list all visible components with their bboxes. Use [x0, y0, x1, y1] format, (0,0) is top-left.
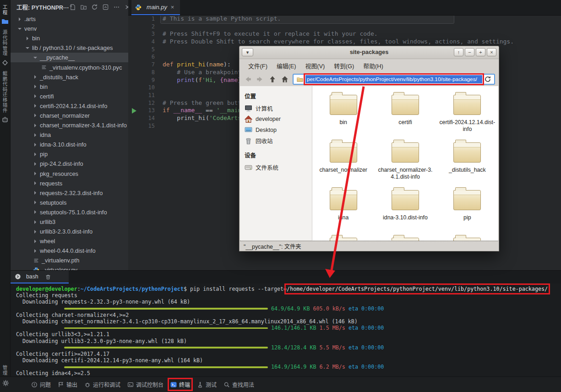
gear-icon[interactable] [2, 380, 9, 387]
chevron-right-icon[interactable] [33, 103, 38, 108]
chevron-right-icon[interactable] [33, 181, 38, 185]
tool-window-button-查找用法[interactable]: 查找用法 [223, 381, 254, 388]
chevron-right-icon[interactable] [33, 220, 38, 224]
folder-item[interactable]: certifi-2024.12.14.dist-info [436, 93, 498, 140]
tree-item[interactable]: pkg_resources [10, 169, 128, 179]
delete-terminal-icon[interactable] [45, 274, 51, 280]
tool-window-button-调试控制台[interactable]: 调试控制台 [127, 381, 163, 388]
sidebar-place-item[interactable]: Desktop [245, 125, 312, 136]
tree-item[interactable]: wheel-0.44.0.dist-info [10, 246, 128, 256]
refresh-icon[interactable] [484, 76, 491, 83]
activity-item-manage[interactable]: 管理 [0, 365, 10, 376]
tab-close-icon[interactable]: × [171, 4, 174, 11]
tree-item[interactable]: pip [10, 149, 128, 159]
folder-item[interactable]: pip [436, 188, 498, 235]
more-icon[interactable] [113, 4, 120, 11]
menu-item[interactable]: 编辑(E) [272, 60, 300, 71]
folder-item[interactable]: charset_normalizer [312, 140, 374, 188]
tree-item[interactable]: lib / python3.10 / site-packages [10, 43, 128, 53]
tree-item[interactable]: __pycache__ [10, 53, 128, 62]
folder-item[interactable]: charset_normalizer-3.4.1.dist-info [374, 140, 436, 188]
terminal-output[interactable]: developer@developer:~/CodeArtsProjects/p… [16, 286, 561, 377]
folder-grid[interactable]: bincertificertifi-2024.12.14.dist-infoch… [312, 86, 498, 241]
tree-item[interactable]: _virtualenv.pth [10, 256, 128, 265]
window-close-button[interactable]: × [487, 48, 496, 56]
tree-item[interactable]: certifi [10, 92, 128, 101]
home-icon[interactable] [280, 75, 289, 83]
tree-item[interactable]: certifi-2024.12.14.dist-info [10, 101, 128, 111]
activity-item[interactable]: 工程 [0, 5, 10, 25]
chevron-right-icon[interactable] [33, 191, 38, 195]
chevron-right-icon[interactable] [33, 171, 38, 176]
tool-window-button-运行和调试[interactable]: 运行和调试 [84, 381, 120, 388]
tree-item[interactable]: charset_normalizer [10, 111, 128, 120]
tree-item[interactable]: venv [10, 24, 128, 33]
tool-window-button-输出[interactable]: 输出 [58, 381, 77, 388]
tree-item[interactable]: setuptools-75.1.0.dist-info [10, 207, 128, 217]
tool-window-button-测试[interactable]: 测试 [197, 381, 217, 388]
new-folder-icon[interactable] [80, 4, 87, 11]
chevron-right-icon[interactable] [33, 229, 38, 234]
chevron-right-icon[interactable] [33, 142, 38, 147]
tab-main-py[interactable]: main.py × [131, 0, 180, 14]
folder-item[interactable]: idna [312, 188, 374, 235]
chevron-right-icon[interactable] [33, 123, 38, 128]
tree-item[interactable]: .arts [10, 14, 128, 24]
tree-item[interactable]: _distutils_hack [10, 72, 128, 82]
menu-item[interactable]: 帮助(H) [359, 60, 387, 71]
sidebar-place-item[interactable]: 文件系统 [245, 162, 312, 173]
tree-item[interactable]: idna [10, 130, 128, 140]
tree-item[interactable]: charset_normalizer-3.4.1.dist-info [10, 120, 128, 130]
chevron-right-icon[interactable] [17, 17, 22, 22]
tree-item[interactable]: urllib3-2.3.0.dist-info [10, 227, 128, 236]
folder-item[interactable]: _distutils_hack [436, 140, 498, 188]
refresh-icon[interactable] [91, 4, 98, 11]
chevron-right-icon[interactable] [33, 249, 38, 253]
window-maximize-button[interactable]: + [476, 48, 485, 56]
chevron-right-icon[interactable] [33, 210, 38, 214]
sidebar-place-item[interactable]: developer [245, 114, 312, 125]
dialog-title-bar[interactable]: ▾ site-packages ↑ − + × [240, 46, 499, 59]
menu-item[interactable]: 文件(F) [244, 60, 272, 71]
chevron-right-icon[interactable] [33, 152, 38, 157]
up-icon[interactable] [268, 75, 277, 83]
back-icon[interactable] [243, 75, 252, 83]
chevron-down-icon[interactable] [25, 46, 30, 50]
collapse-all-icon[interactable] [102, 4, 109, 11]
tree-item[interactable]: idna-3.10.dist-info [10, 140, 128, 149]
terminal-tab-bash[interactable]: bash [10, 271, 69, 283]
tool-window-button-终端[interactable]: 终端 [170, 381, 190, 388]
chevron-right-icon[interactable] [33, 162, 38, 166]
tree-item[interactable]: bin [10, 33, 128, 43]
address-bar[interactable]: per/CodeArtsProjects/pythonProject/venv/… [293, 74, 495, 85]
new-file-icon[interactable] [69, 4, 76, 11]
tree-item[interactable]: _virtualenv.py [10, 265, 128, 270]
menu-item[interactable]: 视图(V) [301, 60, 329, 71]
chevron-right-icon[interactable] [33, 94, 38, 98]
folder-item[interactable]: bin [312, 93, 374, 140]
folder-item[interactable]: idna-3.10.dist-info [374, 188, 436, 235]
address-path-text[interactable]: per/CodeArtsProjects/pythonProject/venv/… [305, 75, 482, 83]
project-tree[interactable]: .artsvenvbinlib / python3.10 / site-pack… [10, 14, 128, 270]
tool-window-button-问题[interactable]: 问题 [31, 381, 51, 388]
tree-item[interactable]: urllib3 [10, 217, 128, 227]
chevron-down-icon[interactable] [17, 27, 22, 31]
tree-item[interactable]: bin [10, 82, 128, 92]
activity-item[interactable]: 鲲鹏代码迁移插件 [0, 71, 10, 123]
window-minimize-button[interactable]: − [465, 48, 474, 56]
window-up-button[interactable]: ↑ [454, 48, 463, 56]
chevron-right-icon[interactable] [33, 75, 38, 79]
chevron-right-icon[interactable] [33, 113, 38, 118]
folder-item[interactable]: certifi [374, 93, 436, 140]
close-icon[interactable] [124, 4, 128, 11]
tree-item[interactable]: pip-24.2.dist-info [10, 159, 128, 169]
sidebar-place-item[interactable]: 计算机 [245, 103, 312, 114]
tree-item[interactable]: requests-2.32.3.dist-info [10, 188, 128, 198]
chevron-right-icon[interactable] [33, 200, 38, 205]
tree-item[interactable]: wheel [10, 236, 128, 246]
tree-item[interactable]: setuptools [10, 198, 128, 207]
forward-icon[interactable] [256, 75, 265, 83]
chevron-right-icon[interactable] [33, 133, 38, 137]
chevron-right-icon[interactable] [25, 36, 30, 41]
chevron-right-icon[interactable] [33, 239, 38, 244]
